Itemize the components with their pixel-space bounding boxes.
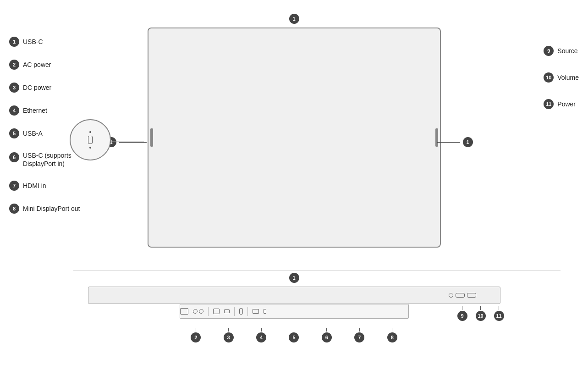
right-badge-line [437,142,460,143]
vert-line-3 [228,328,229,331]
right-label-9: 9 Source [544,46,579,56]
port-badge-labels: 2 3 4 5 6 [180,328,409,342]
left-port-indicator [150,128,153,147]
port-badge-5: 5 [289,332,299,342]
top-section: 1 USB-C 2 AC power 3 DC power 4 Ethernet… [0,9,588,271]
monitor-frame [148,28,441,248]
port-label-item-7: 7 [354,328,364,342]
port-label-item-3: 3 [224,328,234,342]
vert-line-6 [326,328,327,331]
rs-badge-9: 9 [457,306,467,321]
label-text-5: USB-A [23,129,43,138]
port-label-item-6: 6 [322,328,332,342]
badge-right-1: 1 [463,137,473,147]
badge-11: 11 [544,99,554,109]
port-divider-3 [247,307,248,316]
port-icon-hdmi [253,309,259,314]
device-main-body [88,287,500,304]
port-dot-2 [89,147,91,149]
label-text-8: Mini DisplayPort out [23,204,80,213]
port-badge-4: 4 [256,332,266,342]
vert-line-7 [359,328,360,331]
port-label-item-2: 2 [191,328,201,342]
badge-8: 8 [9,204,19,214]
port-divider-1 [208,307,209,316]
badge-10: 10 [544,72,554,83]
label-text-9: Source [557,47,577,55]
port-dot-1 [89,131,91,133]
label-text-11: Power [557,100,576,108]
port-circles-dc [193,309,203,314]
label-2: 2 AC power [9,60,80,70]
rs-vert-11 [499,306,499,310]
label-text-3: DC power [23,83,51,92]
rs-vert-10 [480,306,481,310]
vert-line-4 [261,328,262,331]
port-label-item-4: 4 [256,328,266,342]
device-right-buttons [449,293,476,298]
port-ethernet-icon [213,309,220,314]
label-8: 8 Mini DisplayPort out [9,204,80,214]
port-badge-8: 8 [387,332,397,342]
port-square-ac [180,308,188,315]
port-usb-icon [224,309,230,313]
label-4: 4 Ethernet [9,105,80,116]
vert-line-8 [392,328,392,331]
port-panel [180,304,409,319]
vert-line-2 [196,328,196,331]
label-text-1: USB-C [23,38,43,46]
port-mini-icon [264,309,266,314]
badge-4: 4 [9,105,19,116]
label-text-10: Volume [557,73,579,82]
right-labels: 9 Source 10 Volume 11 Power [544,46,579,109]
label-6: 6 USB-C (supports DisplayPort in) [9,151,80,168]
zoom-connector-svg [112,137,148,146]
label-text-4: Ethernet [23,106,47,115]
bottom-device-wrapper: 1 [65,284,523,305]
port-icon-ac [180,308,188,315]
port-badge-6: 6 [322,332,332,342]
page-container: 1 USB-C 2 AC power 3 DC power 4 Ethernet… [0,0,588,370]
right-side-badges: 9 10 11 [457,306,504,321]
port-usbc-small [239,308,243,315]
port-label-item-5: 5 [289,328,299,342]
section-divider [73,271,561,271]
port-divider-2 [234,307,235,316]
badge-top-1: 1 [289,14,299,24]
port-badge-3: 3 [224,332,234,342]
right-label-11: 11 Power [544,99,579,109]
badge-1: 1 [9,37,19,47]
port-usbc-detail [88,136,93,144]
rs-badge-num-11: 11 [494,311,504,321]
zoom-circle [70,119,111,160]
label-text-2: AC power [23,61,51,69]
badge-6: 6 [9,152,19,162]
rs-badge-num-9: 9 [457,311,467,321]
rs-badge-num-10: 10 [476,311,486,321]
rs-badge-10: 10 [476,306,486,321]
device-btn-rect-2 [467,293,476,298]
badge-5: 5 [9,128,19,138]
left-labels: 1 USB-C 2 AC power 3 DC power 4 Ethernet… [9,37,80,214]
label-text-7: HDMI in [23,182,46,190]
right-label-10: 10 Volume [544,72,579,83]
port-icon-eth [213,309,220,314]
port-circle-1 [193,309,198,314]
port-icon-usb [224,309,230,313]
label-text-6: USB-C (supports DisplayPort in) [23,151,71,168]
badge-9: 9 [544,46,554,56]
port-detail [88,131,93,149]
port-badge-7: 7 [354,332,364,342]
badge-7: 7 [9,181,19,191]
port-circle-2 [199,309,203,314]
port-icon-dc [193,309,203,314]
port-badge-2: 2 [191,332,201,342]
port-label-item-8: 8 [387,328,397,342]
badge-bottom-1: 1 [289,273,299,283]
bottom-section: 1 [0,284,588,367]
badge-3: 3 [9,83,19,93]
port-hdmi-icon [253,309,259,314]
right-side-badge-1: 1 [437,137,473,147]
monitor-diagram: 1 1 1 [143,14,445,257]
label-1: 1 USB-C [9,37,80,47]
